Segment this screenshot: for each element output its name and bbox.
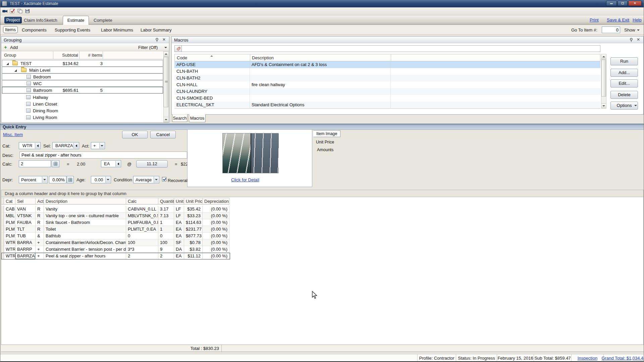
- pin-icon[interactable]: [155, 38, 160, 42]
- close-panel-icon[interactable]: ✕: [162, 37, 166, 42]
- item-row-tlt[interactable]: PLMTLTRToiletPLMTLT_0.EA1EA$231.77(0.00 …: [1, 226, 230, 233]
- sidetab-item-image[interactable]: Item Image: [313, 130, 340, 137]
- group-row-bedroom[interactable]: Bedroom: [2, 73, 163, 80]
- macro-row-cln-smoke-bed[interactable]: CLN-SMOKE-BED: [174, 95, 600, 102]
- col-description[interactable]: Description: [44, 198, 126, 204]
- item-row-tub[interactable]: PLMTUB&Bathtub00EA$877.73(0.00 %): [1, 233, 230, 239]
- col-code[interactable]: Code: [177, 55, 187, 60]
- sidetab-unit-price[interactable]: Unit Price: [316, 140, 334, 144]
- cat-combo-arrow[interactable]: [35, 143, 40, 148]
- show-dropdown[interactable]: Show: [624, 27, 635, 33]
- depr-type-combo[interactable]: Percent: [19, 176, 48, 183]
- calculator-button[interactable]: [52, 160, 59, 167]
- item-row-fauba[interactable]: PLMFAUBARSink faucet - BathroomPLMFAUBA_…: [1, 219, 230, 226]
- depr-combo-arrow[interactable]: [42, 177, 47, 183]
- scroll-up-icon[interactable]: [164, 52, 168, 57]
- cat-combo[interactable]: WTR: [19, 142, 41, 149]
- age-combo[interactable]: 0.00: [91, 176, 111, 183]
- pin-icon[interactable]: [629, 38, 634, 42]
- condition-combo[interactable]: Average: [133, 176, 159, 183]
- col-unit[interactable]: Unit: [174, 198, 184, 204]
- video-camera-icon[interactable]: [2, 8, 8, 14]
- depr-pct-input[interactable]: [49, 176, 66, 183]
- recoverable-checkbox[interactable]: [162, 177, 166, 181]
- act-combo[interactable]: +: [91, 142, 105, 149]
- tab-claim-info[interactable]: Claim Info: [24, 18, 44, 23]
- tab-complete[interactable]: Complete: [94, 18, 112, 23]
- sel-combo-arrow[interactable]: [73, 143, 78, 148]
- scroll-thumb[interactable]: [601, 60, 606, 97]
- group-row-main-level[interactable]: Main Level: [2, 67, 163, 73]
- subtab-supporting-events[interactable]: Supporting Events: [55, 27, 90, 33]
- col-group[interactable]: Group: [4, 53, 16, 58]
- subtab-items[interactable]: Items: [3, 26, 18, 33]
- unit-price-button[interactable]: 11.12: [136, 160, 168, 168]
- col-num-items[interactable]: # Items: [79, 53, 102, 58]
- spellcheck-icon[interactable]: [10, 8, 15, 14]
- subtab-labor-summary[interactable]: Labor Summary: [141, 27, 171, 33]
- scroll-down-icon[interactable]: [164, 117, 168, 122]
- scroll-thumb[interactable]: [164, 57, 168, 107]
- cancel-button[interactable]: Cancel: [150, 131, 176, 138]
- groupby-bar[interactable]: Drag a column header and drop it here to…: [1, 190, 644, 197]
- run-button[interactable]: Run: [610, 57, 638, 65]
- help-link[interactable]: Help: [633, 17, 642, 22]
- item-row-vtsnk[interactable]: MBLVTSNKRVanity top - one sink - culture…: [1, 213, 230, 219]
- sel-combo[interactable]: BARRZA: [52, 142, 79, 149]
- save-exit-link[interactable]: Save & Exit: [607, 17, 629, 22]
- col-depreciation[interactable]: Depreciation: [203, 198, 229, 204]
- group-row-hallway[interactable]: Hallway: [2, 94, 163, 101]
- col-sel[interactable]: Sel: [15, 198, 36, 204]
- macros-scrollbar[interactable]: [601, 54, 606, 109]
- copy-icon[interactable]: [17, 8, 23, 14]
- add-button[interactable]: Add...: [610, 69, 638, 77]
- close-button[interactable]: ✕: [628, 1, 642, 6]
- macro-row-electrical-skt[interactable]: ELECTRICAL_SKT Standard Electrical Optio…: [174, 102, 600, 108]
- save-icon[interactable]: [25, 8, 31, 14]
- tab-macros[interactable]: Macros: [189, 114, 206, 122]
- macro-row-afd-use[interactable]: AFD-USE AFD's & Containment on cat 2 & 3…: [174, 61, 600, 68]
- group-row-living-room[interactable]: Living Room: [2, 114, 163, 121]
- age-combo-arrow[interactable]: [105, 177, 110, 183]
- act-combo-arrow[interactable]: [99, 143, 104, 148]
- depr-calculator-button[interactable]: [67, 176, 74, 183]
- edit-button[interactable]: Edit...: [610, 79, 638, 87]
- tab-estimate-items[interactable]: Estimate Items: [63, 16, 89, 25]
- ok-button[interactable]: OK: [122, 131, 148, 138]
- click-for-detail-link[interactable]: Click for Detail: [231, 177, 259, 182]
- group-row-wic[interactable]: WIC: [2, 80, 163, 87]
- macro-row-cln-bath2[interactable]: CLN-BATH2: [174, 75, 600, 81]
- col-unit-price[interactable]: Unit Price: [184, 198, 203, 204]
- unit-combo[interactable]: EA: [101, 160, 121, 167]
- macro-row-cln-bath[interactable]: CLN-BATH: [174, 68, 600, 75]
- calc-input[interactable]: [19, 160, 51, 167]
- item-photo[interactable]: [222, 133, 278, 173]
- col-quantity[interactable]: Quantity: [158, 198, 174, 204]
- tab-search[interactable]: Search: [172, 114, 187, 122]
- grouping-scrollbar[interactable]: [163, 51, 169, 122]
- scroll-down-icon[interactable]: [601, 103, 606, 108]
- close-panel-icon[interactable]: ✕: [636, 37, 641, 42]
- restore-button[interactable]: [618, 1, 628, 6]
- subtab-components[interactable]: Components: [22, 27, 47, 33]
- expand-icon[interactable]: [14, 69, 17, 72]
- item-row-van[interactable]: CABVANRVanityCABVAN_0.LL3.17LF$35.42(0.0…: [1, 206, 230, 213]
- print-link[interactable]: Print: [590, 17, 599, 22]
- col-description[interactable]: Description: [252, 55, 274, 60]
- misc-item-link[interactable]: Misc. Item: [3, 132, 23, 137]
- group-row-bathroom[interactable]: Bathroom $695.61 5: [2, 87, 163, 94]
- col-subtotal[interactable]: Subtotal: [53, 53, 78, 58]
- tab-project[interactable]: Project: [4, 17, 22, 23]
- goto-item-input[interactable]: [602, 26, 620, 33]
- expand-icon[interactable]: [6, 63, 9, 65]
- item-row-barra[interactable]: WTRBARRA+Containment Barrier/Airlock/Dec…: [1, 239, 230, 246]
- macro-row-cln-laundry[interactable]: CLN-LAUNDRY: [174, 88, 600, 95]
- filter-dropdown[interactable]: Filter (Off): [138, 45, 158, 50]
- tab-sketch[interactable]: Sketch: [44, 18, 57, 23]
- scroll-up-icon[interactable]: [601, 54, 606, 59]
- macro-row-cln-hall[interactable]: CLN-HALL fire clean hallway: [174, 81, 600, 88]
- subtab-labor-minimums[interactable]: Labor Minimums: [101, 27, 133, 33]
- condition-combo-arrow[interactable]: [154, 177, 159, 183]
- macro-search-input[interactable]: [182, 45, 600, 52]
- item-row-barrp[interactable]: WTRBARRP+Containment Barrier - tension p…: [1, 246, 230, 253]
